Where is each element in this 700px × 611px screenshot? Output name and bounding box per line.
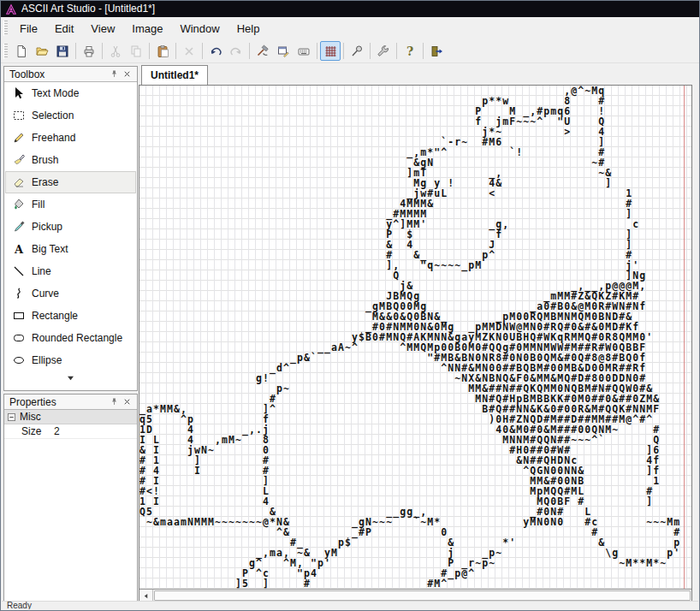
paste-button[interactable] [152, 41, 173, 61]
redo-icon [229, 44, 243, 58]
selection-icon [12, 109, 26, 122]
svg-text:A: A [14, 243, 24, 256]
menu-bar: FileEditViewImageWindowHelp [1, 17, 699, 39]
menu-edit[interactable]: Edit [46, 20, 82, 38]
toolbar-separator [423, 43, 424, 59]
ascii-art: ,@^~Mq p**w 8 # P M _,#pmq6 ! [139, 86, 687, 589]
eyedropper-icon [12, 220, 26, 234]
help-button[interactable]: ? [400, 41, 420, 61]
options-button[interactable] [373, 41, 394, 61]
bigtext-icon: A [12, 242, 26, 256]
tool-pickup[interactable]: Pickup [5, 216, 136, 238]
tool-rounded-rectangle[interactable]: Rounded Rectangle [5, 327, 136, 349]
horizontal-scrollbar[interactable] [139, 589, 691, 602]
main-area: Toolbox Text ModeSelectionFreehandBrushE… [2, 63, 698, 601]
new-icon [15, 44, 28, 58]
image-properties-button[interactable] [273, 41, 294, 61]
tool-rectangle[interactable]: Rectangle [5, 305, 136, 327]
cursor-icon [12, 86, 26, 100]
eraser-icon [12, 175, 26, 189]
tool-label: Erase [32, 176, 58, 188]
status-text: Ready [7, 601, 32, 609]
app-logo-icon [5, 3, 17, 15]
print-icon [82, 44, 96, 58]
toolbox-close-icon[interactable] [121, 68, 133, 80]
tool-line[interactable]: Line [5, 260, 136, 282]
toolbar-separator [249, 43, 250, 59]
new-button[interactable] [11, 41, 32, 61]
cut-button [105, 41, 126, 61]
brush-icon [12, 153, 26, 167]
canvas-frame: ,@^~Mq p**w 8 # P M _,#pmq6 ! [139, 85, 692, 602]
properties-rows: Size2 [4, 424, 137, 439]
menu-window[interactable]: Window [171, 20, 228, 38]
tools-button[interactable] [252, 41, 273, 61]
fill-icon [12, 198, 26, 211]
menu-view[interactable]: View [82, 20, 123, 38]
print-button[interactable] [79, 41, 99, 61]
toolbar-separator [102, 43, 103, 59]
tool-erase[interactable]: Erase [5, 171, 136, 193]
tool-label: Text Mode [32, 87, 79, 99]
properties-pin-icon[interactable] [108, 396, 121, 408]
line-icon [12, 264, 26, 278]
undo-icon [209, 44, 222, 58]
winprops-icon [276, 44, 290, 58]
tool-label: Pickup [32, 221, 62, 233]
menu-help[interactable]: Help [228, 20, 269, 38]
tool-ellipse[interactable]: Ellipse [5, 349, 136, 371]
scrollbar-thumb[interactable] [154, 590, 691, 601]
property-value[interactable]: 2 [49, 425, 60, 437]
status-bar: Ready [2, 601, 698, 609]
art-row: ]5 ] # #M^ [139, 578, 687, 589]
wrench-icon [377, 44, 390, 58]
tool-fill[interactable]: Fill [5, 193, 136, 216]
roundrect-icon [12, 331, 26, 345]
tool-label: Ellipse [32, 354, 62, 366]
open-button[interactable] [32, 41, 52, 61]
toolbox-title: Toolbox [9, 68, 108, 80]
save-icon [56, 44, 69, 58]
keyboard-button[interactable] [294, 41, 314, 61]
delete-icon [182, 44, 196, 58]
toolbox-header: Toolbox [4, 67, 137, 82]
menu-image[interactable]: Image [123, 20, 171, 38]
document-tab[interactable]: Untitled1* [141, 65, 208, 85]
tab-strip: Untitled1* [139, 65, 690, 85]
properties-group-label: Misc [20, 411, 41, 423]
menu-grip[interactable] [3, 21, 8, 36]
toolbox-panel: Toolbox Text ModeSelectionFreehandBrushE… [3, 66, 138, 391]
toolbox-pin-icon[interactable] [108, 68, 121, 80]
ascii-canvas[interactable]: ,@^~Mq p**w 8 # P M _,#pmq6 ! [139, 86, 691, 589]
exit-icon [430, 44, 443, 58]
copy-icon [129, 44, 143, 58]
save-button[interactable] [52, 41, 73, 61]
tool-freehand[interactable]: Freehand [5, 127, 136, 149]
menu-file[interactable]: File [11, 20, 46, 38]
pin-button[interactable] [347, 41, 367, 61]
scroll-left-icon[interactable] [139, 590, 153, 602]
tool-big-text[interactable]: ABig Text [5, 238, 136, 260]
toolbar: ? [1, 39, 699, 63]
toolbar-separator [149, 43, 150, 59]
grid-toggle-button[interactable] [320, 41, 341, 61]
curve-icon [12, 287, 26, 300]
open-icon [35, 44, 49, 58]
toolbox-more-icon[interactable] [4, 371, 137, 381]
tool-curve[interactable]: Curve [5, 282, 136, 305]
toolbar-separator [343, 43, 344, 59]
tool-label: Freehand [32, 132, 75, 144]
redo-button [226, 41, 246, 61]
exit-button[interactable] [426, 41, 447, 61]
undo-button[interactable] [205, 41, 226, 61]
tool-text-mode[interactable]: Text Mode [5, 82, 136, 104]
collapse-box-icon [8, 413, 15, 421]
tool-selection[interactable]: Selection [5, 104, 136, 127]
document-tab-label: Untitled1* [151, 69, 199, 81]
properties-group[interactable]: Misc [4, 410, 137, 424]
tool-label: Selection [32, 110, 74, 122]
tool-brush[interactable]: Brush [5, 149, 136, 171]
toolbar-grip[interactable] [3, 44, 8, 59]
properties-close-icon[interactable] [121, 396, 133, 408]
properties-header: Properties [4, 394, 137, 410]
